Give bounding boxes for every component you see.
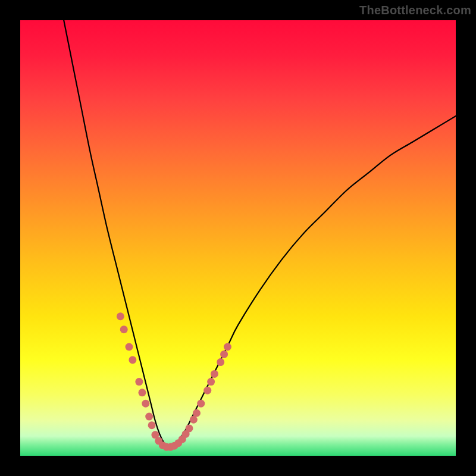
highlight-dot — [129, 356, 136, 364]
highlight-dot — [224, 343, 231, 351]
highlight-dot — [135, 378, 143, 386]
highlight-dot — [126, 343, 133, 351]
watermark-text: TheBottleneck.com — [359, 4, 471, 17]
highlight-dot — [197, 400, 205, 408]
highlight-dot — [207, 378, 215, 386]
highlight-dot — [220, 350, 228, 358]
highlight-dot — [117, 312, 124, 320]
highlight-dot — [186, 424, 193, 432]
highlight-dot — [138, 389, 146, 396]
bottleneck-chart — [20, 20, 456, 456]
highlight-dot — [120, 325, 128, 333]
highlight-dot — [211, 370, 218, 378]
gradient-background — [20, 20, 456, 456]
highlight-dot — [217, 358, 224, 366]
highlight-dot — [148, 421, 156, 429]
chart-frame: TheBottleneck.com — [0, 0, 476, 476]
highlight-dot — [203, 387, 211, 394]
plot-area — [20, 20, 456, 456]
highlight-dot — [193, 409, 201, 417]
highlight-dot — [145, 413, 153, 421]
highlight-dot — [142, 400, 149, 408]
